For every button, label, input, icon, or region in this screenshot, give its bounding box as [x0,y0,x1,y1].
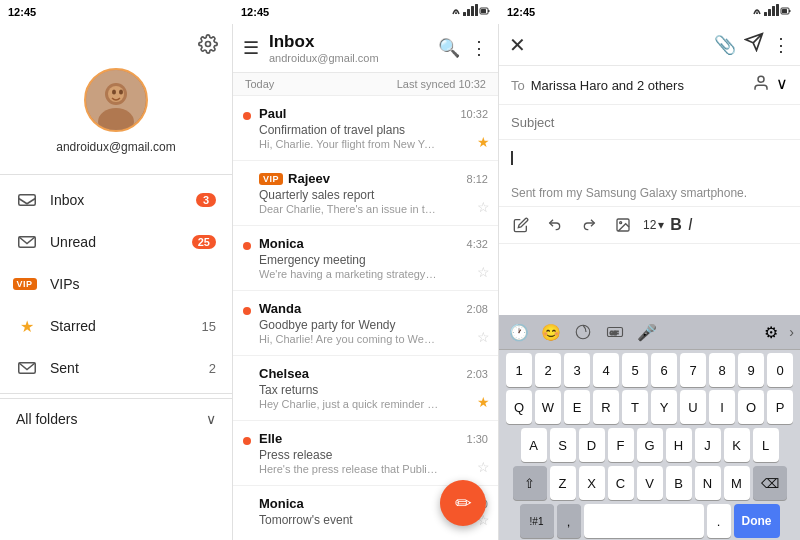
more-options-icon[interactable]: ⋮ [772,34,790,56]
compose-body[interactable] [499,140,800,180]
key-y[interactable]: Y [651,390,677,424]
svg-rect-9 [772,6,775,16]
email-item[interactable]: Monica 4:32 Emergency meeting We're havi… [233,226,498,291]
subject-input[interactable] [511,115,788,130]
send-icon[interactable] [744,32,764,57]
star-icon[interactable]: ☆ [477,199,490,215]
key-x[interactable]: X [579,466,605,500]
key-a[interactable]: A [521,428,547,462]
key-b[interactable]: B [666,466,692,500]
add-contact-icon[interactable] [752,74,770,96]
expand-icon[interactable]: ∨ [776,74,788,96]
period-key[interactable]: . [707,504,731,538]
menu-icon[interactable]: ☰ [243,37,259,59]
redo-icon[interactable] [575,211,603,239]
email-time: 2:03 [467,368,488,380]
bold-button[interactable]: B [670,216,682,234]
key-q[interactable]: Q [506,390,532,424]
search-icon[interactable]: 🔍 [438,37,460,59]
key-t[interactable]: T [622,390,648,424]
sidebar-item-sent[interactable]: Sent 2 [0,347,232,389]
more-options-icon[interactable]: ⋮ [470,37,488,59]
key-n[interactable]: N [695,466,721,500]
svg-point-19 [112,90,116,95]
keyboard-settings-icon[interactable]: ⚙ [757,319,785,345]
key-f[interactable]: F [608,428,634,462]
recent-emoji-icon[interactable]: 🕐 [505,319,533,345]
settings-icon[interactable] [196,32,220,56]
key-1[interactable]: 1 [506,353,532,387]
key-v[interactable]: V [637,466,663,500]
key-5[interactable]: 5 [622,353,648,387]
key-z[interactable]: Z [550,466,576,500]
sidebar-item-inbox[interactable]: Inbox 3 [0,179,232,221]
key-k[interactable]: K [724,428,750,462]
italic-button[interactable]: I [688,216,692,234]
microphone-icon[interactable]: 🎤 [633,319,661,345]
key-l[interactable]: L [753,428,779,462]
gif-icon[interactable]: GIF [601,319,629,345]
star-icon[interactable]: ☆ [477,264,490,280]
star-icon[interactable]: ☆ [477,329,490,345]
email-item[interactable]: VIP Rajeev 8:12 Quarterly sales report D… [233,161,498,226]
comma-key[interactable]: , [557,504,581,538]
key-8[interactable]: 8 [709,353,735,387]
svg-rect-10 [776,4,779,16]
email-item[interactable]: Paul 10:32 Confirmation of travel plans … [233,96,498,161]
key-r[interactable]: R [593,390,619,424]
key-i[interactable]: I [709,390,735,424]
mid-header-icons: 🔍 ⋮ [438,37,488,59]
image-icon[interactable] [609,211,637,239]
key-2[interactable]: 2 [535,353,561,387]
compose-fab[interactable]: ✏ [440,480,486,526]
sync-bar: Today Last synced 10:32 [233,73,498,96]
key-6[interactable]: 6 [651,353,677,387]
close-icon[interactable]: ✕ [509,33,526,57]
keyboard-chevron-icon[interactable]: › [789,324,794,340]
special-chars-key[interactable]: !#1 [520,504,554,538]
done-button[interactable]: Done [734,504,780,538]
attachment-icon[interactable]: 📎 [714,34,736,56]
key-o[interactable]: O [738,390,764,424]
key-7[interactable]: 7 [680,353,706,387]
key-m[interactable]: M [724,466,750,500]
email-item[interactable]: Elle 1:30 Press release Here's the press… [233,421,498,486]
star-icon[interactable]: ★ [477,134,490,150]
email-subject: Tax returns [259,383,488,397]
key-w[interactable]: W [535,390,561,424]
shift-key[interactable]: ⇧ [513,466,547,500]
key-9[interactable]: 9 [738,353,764,387]
key-u[interactable]: U [680,390,706,424]
space-key[interactable] [584,504,704,538]
star-icon[interactable]: ☆ [477,459,490,475]
font-size-control[interactable]: 12 ▾ [643,218,664,232]
sidebar-item-unread[interactable]: Unread 25 [0,221,232,263]
inbox-badge: 3 [196,193,216,207]
key-3[interactable]: 3 [564,353,590,387]
qwerty-row: Q W E R T Y U I O P [499,388,800,426]
key-0[interactable]: 0 [767,353,793,387]
all-folders-item[interactable]: All folders ∨ [0,398,232,439]
subject-row[interactable] [499,105,800,140]
key-4[interactable]: 4 [593,353,619,387]
key-j[interactable]: J [695,428,721,462]
smiley-icon[interactable]: 😊 [537,319,565,345]
key-g[interactable]: G [637,428,663,462]
pencil-icon[interactable] [507,211,535,239]
email-item[interactable]: Wanda 2:08 Goodbye party for Wendy Hi, C… [233,291,498,356]
backspace-key[interactable]: ⌫ [753,466,787,500]
key-d[interactable]: D [579,428,605,462]
star-icon[interactable]: ★ [477,394,490,410]
key-c[interactable]: C [608,466,634,500]
key-s[interactable]: S [550,428,576,462]
sidebar-item-starred[interactable]: ★ Starred 15 [0,305,232,347]
email-item[interactable]: Chelsea 2:03 Tax returns Hey Charlie, ju… [233,356,498,421]
sidebar-item-vips[interactable]: VIP VIPs [0,263,232,305]
sticker-icon[interactable] [569,319,597,345]
to-value[interactable]: Marissa Haro and 2 others [531,78,752,93]
key-p[interactable]: P [767,390,793,424]
undo-icon[interactable] [541,211,569,239]
key-e[interactable]: E [564,390,590,424]
vips-label: VIPs [50,276,216,292]
key-h[interactable]: H [666,428,692,462]
